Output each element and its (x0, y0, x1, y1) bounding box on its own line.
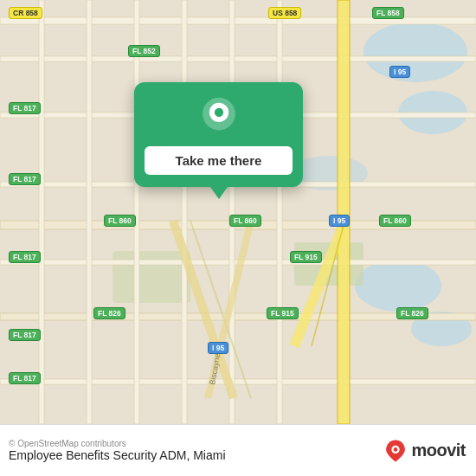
take-me-there-button[interactable]: Take me there (145, 146, 293, 175)
svg-rect-14 (0, 313, 476, 320)
moovit-logo: moovit (383, 439, 466, 463)
svg-rect-19 (182, 0, 187, 424)
moovit-logo-text: moovit (411, 441, 466, 460)
svg-rect-13 (0, 221, 476, 229)
svg-rect-9 (0, 56, 476, 61)
svg-point-3 (355, 260, 441, 312)
location-name: Employee Benefits Security ADM, Miami (9, 448, 226, 462)
bottom-bar: © OpenStreetMap contributors Employee Be… (0, 424, 476, 476)
svg-rect-7 (113, 251, 190, 303)
map-attribution: © OpenStreetMap contributors (9, 439, 226, 448)
map-popup: Take me there (134, 82, 303, 187)
svg-point-31 (214, 108, 222, 117)
location-pin-icon (198, 96, 240, 138)
svg-point-33 (394, 447, 398, 452)
svg-rect-22 (338, 0, 350, 424)
map-svg: Biscayne (0, 0, 476, 424)
svg-rect-15 (0, 379, 476, 384)
svg-point-1 (363, 22, 467, 82)
map-container: Biscayne CR 858 US 858 FL 858 I 95 FL 85… (0, 0, 476, 424)
svg-rect-8 (0, 17, 476, 24)
moovit-pin-icon (383, 439, 408, 463)
svg-rect-21 (277, 0, 282, 424)
bottom-left: © OpenStreetMap contributors Employee Be… (9, 439, 226, 462)
svg-rect-16 (39, 0, 44, 424)
svg-rect-20 (229, 0, 235, 424)
svg-rect-18 (134, 0, 139, 424)
svg-rect-17 (87, 0, 92, 424)
